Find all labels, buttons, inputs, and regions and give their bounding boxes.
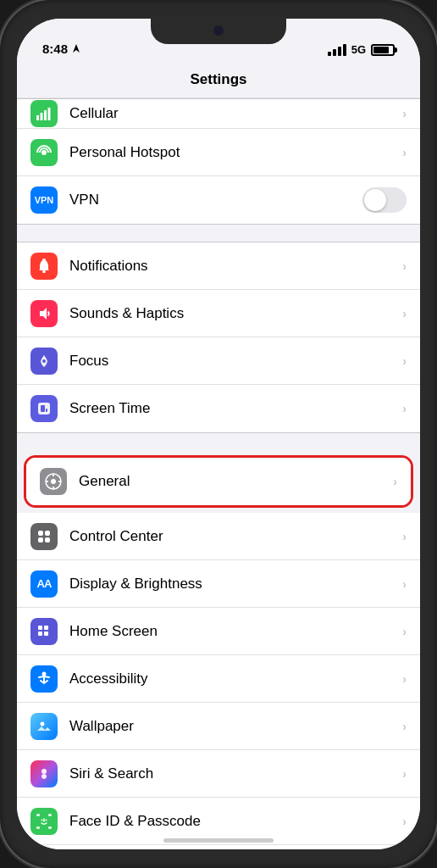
sounds-icon (30, 300, 58, 327)
notifications-label: Notifications (69, 258, 402, 275)
focus-icon (30, 348, 58, 375)
notifications-section: Notifications › Sounds & Haptics › (17, 242, 420, 433)
accessibility-label: Accessibility (69, 670, 402, 687)
cellular-item[interactable]: Cellular › (17, 99, 420, 129)
network-section-items: Cellular › Personal Hotspot (17, 98, 420, 225)
general-highlight-border: General › (24, 455, 413, 508)
svg-rect-25 (44, 632, 48, 636)
focus-item[interactable]: Focus › (17, 337, 420, 385)
wallpaper-label: Wallpaper (69, 718, 402, 735)
accessibility-item[interactable]: Accessibility › (17, 655, 420, 703)
control-center-chevron: › (402, 530, 407, 543)
general-icon (40, 468, 67, 495)
svg-rect-20 (38, 537, 43, 542)
siri-chevron: › (402, 767, 407, 781)
personal-hotspot-item[interactable]: Personal Hotspot › (17, 129, 420, 176)
home-screen-icon (30, 618, 58, 645)
hotspot-svg (35, 143, 53, 162)
sounds-item[interactable]: Sounds & Haptics › (17, 290, 420, 337)
vpn-toggle[interactable] (362, 187, 407, 213)
focus-svg (35, 352, 53, 370)
wallpaper-icon (30, 713, 58, 740)
svg-point-26 (42, 671, 47, 676)
svg-rect-19 (45, 531, 50, 536)
control-center-item[interactable]: Control Center › (17, 513, 420, 560)
siri-icon (30, 760, 58, 787)
settings-content[interactable]: Cellular › Personal Hotspot (17, 98, 420, 849)
accessibility-chevron: › (402, 672, 407, 686)
display-section: Control Center › AA Display & Brightness… (17, 513, 420, 849)
phone-screen: 8:48 5G Settings (17, 19, 420, 849)
general-chevron: › (393, 475, 397, 488)
svg-rect-5 (42, 270, 46, 273)
svg-rect-2 (44, 110, 47, 120)
screen-time-item[interactable]: Screen Time › (17, 385, 420, 432)
accessibility-svg (35, 670, 53, 688)
cellular-icon (30, 100, 58, 127)
focus-label: Focus (69, 353, 402, 370)
home-screen-svg (35, 622, 53, 641)
hotspot-icon (30, 139, 58, 166)
general-item[interactable]: General › (26, 458, 411, 505)
notifications-icon (30, 253, 58, 280)
wallpaper-svg (35, 717, 53, 736)
screen-time-icon (30, 395, 58, 422)
control-center-icon (30, 523, 58, 550)
face-id-icon (30, 808, 58, 835)
screen-time-chevron: › (402, 402, 407, 415)
vpn-toggle-thumb (364, 189, 386, 211)
control-center-label: Control Center (69, 528, 402, 545)
wallpaper-chevron: › (402, 720, 407, 733)
svg-marker-7 (40, 308, 47, 320)
face-id-chevron: › (402, 815, 407, 828)
svg-point-27 (41, 721, 45, 726)
svg-rect-1 (41, 113, 43, 120)
display-icon: AA (30, 570, 58, 598)
hotspot-chevron: › (402, 146, 407, 159)
siri-label: Siri & Search (69, 765, 402, 782)
signal-strength (328, 44, 346, 56)
home-screen-chevron: › (402, 625, 407, 638)
siri-item[interactable]: Siri & Search › (17, 750, 420, 798)
notifications-chevron: › (402, 259, 407, 273)
sounds-svg (35, 304, 53, 323)
notifications-section-items: Notifications › Sounds & Haptics › (17, 242, 420, 433)
svg-point-29 (46, 819, 47, 821)
vpn-text: VPN (35, 195, 54, 205)
display-brightness-item[interactable]: AA Display & Brightness › (17, 560, 420, 608)
screen-time-label: Screen Time (69, 400, 402, 417)
svg-rect-23 (44, 626, 48, 630)
svg-rect-22 (38, 626, 42, 630)
vpn-toggle-container (362, 187, 407, 213)
notifications-item[interactable]: Notifications › (17, 242, 420, 290)
cellular-label: Cellular (69, 105, 402, 122)
home-screen-label: Home Screen (69, 623, 402, 640)
accessibility-icon (30, 665, 58, 693)
sounds-chevron: › (402, 307, 407, 320)
face-id-label: Face ID & Passcode (69, 813, 402, 830)
time-display: 8:48 (42, 42, 68, 56)
svg-rect-24 (38, 632, 42, 636)
general-highlighted-wrapper: General › (17, 450, 420, 513)
svg-point-4 (41, 150, 47, 155)
battery-fill (373, 47, 389, 53)
status-bar: 8:48 5G (17, 19, 420, 61)
vpn-item[interactable]: VPN VPN (17, 176, 420, 224)
vpn-label: VPN (69, 192, 362, 209)
home-screen-item[interactable]: Home Screen › (17, 608, 420, 655)
display-label: Display & Brightness (69, 576, 402, 593)
control-center-svg (35, 527, 53, 546)
face-id-svg (35, 812, 53, 831)
svg-point-13 (51, 479, 56, 484)
hotspot-label: Personal Hotspot (69, 144, 402, 161)
display-chevron: › (402, 577, 407, 591)
battery-indicator (371, 44, 395, 56)
emergency-sos-item[interactable]: SOS Emergency SOS › (17, 845, 420, 849)
display-section-items: Control Center › AA Display & Brightness… (17, 513, 420, 849)
screen-time-svg (35, 399, 53, 418)
wallpaper-item[interactable]: Wallpaper › (17, 703, 420, 750)
home-indicator (163, 838, 274, 843)
location-icon (71, 44, 81, 54)
sounds-label: Sounds & Haptics (69, 305, 402, 322)
notch (151, 19, 286, 44)
